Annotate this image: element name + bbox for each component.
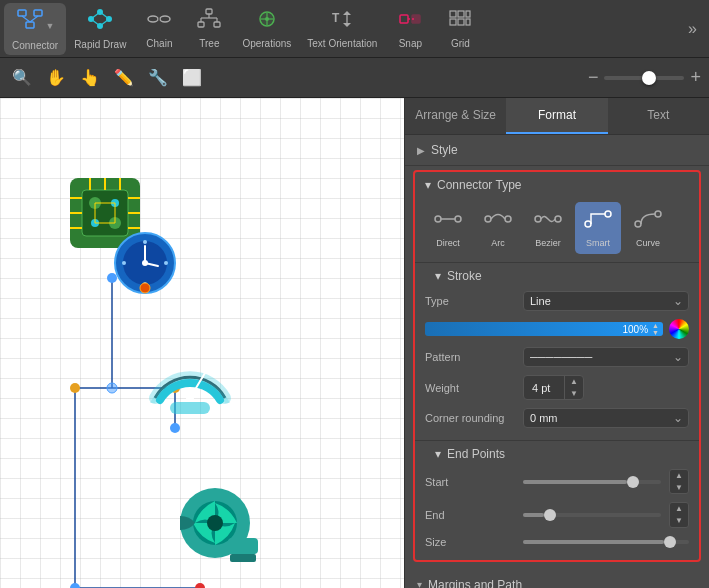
tool-wrench[interactable]: 🔧	[144, 64, 172, 92]
svg-rect-34	[412, 15, 420, 23]
stroke-type-select[interactable]: Line Dashed Dotted	[523, 291, 689, 311]
conn-type-arc[interactable]: Arc	[475, 202, 521, 254]
color-percent-up[interactable]: ▲	[652, 322, 659, 329]
operations-icon	[254, 8, 280, 35]
svg-point-100	[635, 221, 641, 227]
tree-icon	[196, 8, 222, 35]
stroke-weight-row: Weight 4 pt ▲ ▼	[425, 371, 689, 404]
weight-arrows: ▲ ▼	[564, 376, 583, 399]
connector-icon	[16, 7, 44, 37]
toolbar-more-button[interactable]: »	[680, 12, 705, 46]
conn-type-smart[interactable]: Smart	[575, 202, 621, 254]
svg-point-50	[107, 383, 117, 393]
operations-label: Operations	[242, 38, 291, 49]
connector-type-buttons: Direct Arc	[415, 198, 699, 262]
svg-point-80	[122, 261, 126, 265]
canvas[interactable]	[0, 98, 404, 588]
svg-point-96	[535, 216, 541, 222]
svg-line-4	[30, 16, 38, 22]
tool-select[interactable]: 👆	[76, 64, 104, 92]
pattern-label: Pattern	[425, 351, 515, 363]
conn-type-curve[interactable]: Curve	[625, 202, 671, 254]
conn-type-bezier[interactable]: Bezier	[525, 202, 571, 254]
margins-chevron: ▾	[417, 579, 422, 588]
tool-search[interactable]: 🔍	[8, 64, 36, 92]
start-label: Start	[425, 476, 515, 488]
end-slider-thumb[interactable]	[544, 509, 556, 521]
svg-marker-30	[343, 11, 351, 15]
text-orientation-icon: T	[329, 8, 355, 35]
svg-rect-90	[230, 554, 256, 562]
weight-down[interactable]: ▼	[565, 388, 583, 400]
tree-label: Tree	[199, 38, 219, 49]
size-slider-thumb[interactable]	[664, 536, 676, 548]
end-slider[interactable]	[523, 513, 661, 517]
stroke-chevron: ▾	[435, 269, 441, 283]
conn-type-chevron: ▾	[425, 178, 431, 192]
toolbar-item-chain[interactable]: Chain	[134, 3, 184, 55]
end-label: End	[425, 509, 515, 521]
margins-header[interactable]: ▾ Margins and Path	[405, 570, 709, 588]
toolbar-item-text-orientation[interactable]: T Text Orientation	[299, 3, 385, 55]
end-up[interactable]: ▲	[670, 503, 688, 515]
start-up[interactable]: ▲	[670, 470, 688, 482]
weight-value: 4 pt	[524, 379, 564, 397]
svg-rect-39	[458, 19, 464, 25]
connector-dropdown-arrow[interactable]: ▼	[46, 21, 55, 31]
toolbar-item-tree[interactable]: Tree	[184, 3, 234, 55]
zoom-out-button[interactable]: −	[588, 67, 599, 88]
style-section-header[interactable]: ▶ Style	[405, 135, 709, 165]
toolbar-item-operations[interactable]: Operations	[234, 3, 299, 55]
weight-label: Weight	[425, 382, 515, 394]
direct-label: Direct	[436, 238, 460, 248]
connector-type-header[interactable]: ▾ Connector Type	[415, 172, 699, 198]
stroke-color-row: 100% ▲ ▼	[425, 315, 689, 343]
corner-select[interactable]: 0 mm 2 mm 4 mm	[523, 408, 689, 428]
svg-point-98	[585, 221, 591, 227]
svg-line-10	[100, 12, 109, 19]
stroke-type-select-wrap: Line Dashed Dotted	[523, 291, 689, 311]
svg-rect-16	[206, 9, 212, 14]
end-points-label: End Points	[447, 447, 505, 461]
pattern-select[interactable]: ──────── - - - - - · · · · ·	[523, 347, 689, 367]
toolbar-item-snap[interactable]: Snap	[385, 3, 435, 55]
start-down[interactable]: ▼	[670, 482, 688, 494]
svg-rect-2	[26, 22, 34, 28]
toolbar-item-connector[interactable]: ▼ Connector	[4, 3, 66, 55]
zoom-in-button[interactable]: +	[690, 67, 701, 88]
start-slider[interactable]	[523, 480, 661, 484]
stroke-header[interactable]: ▾ Stroke	[425, 263, 689, 287]
color-picker-swatch[interactable]	[669, 319, 689, 339]
svg-rect-84	[170, 402, 210, 414]
end-stepper: ▲ ▼	[669, 502, 689, 527]
end-points-header[interactable]: ▾ End Points	[425, 441, 689, 465]
end-down[interactable]: ▼	[670, 515, 688, 527]
color-percent-down[interactable]: ▼	[652, 329, 659, 336]
svg-point-92	[455, 216, 461, 222]
direct-icon	[433, 208, 463, 235]
turbine-icon	[170, 478, 270, 578]
weight-up[interactable]: ▲	[565, 376, 583, 388]
size-label: Size	[425, 536, 515, 548]
smart-label: Smart	[586, 238, 610, 248]
toolbar-item-rapid-draw[interactable]: Rapid Draw	[66, 3, 134, 55]
tab-text[interactable]: Text	[608, 98, 709, 134]
svg-point-83	[186, 394, 194, 402]
svg-line-9	[91, 12, 100, 19]
start-slider-thumb[interactable]	[627, 476, 639, 488]
chain-label: Chain	[146, 38, 172, 49]
tool-pan[interactable]: ✋	[42, 64, 70, 92]
stroke-color-bar[interactable]: 100% ▲ ▼	[425, 322, 663, 336]
tool-pen[interactable]: ✏️	[110, 64, 138, 92]
conn-type-direct[interactable]: Direct	[425, 202, 471, 254]
style-label: Style	[431, 143, 458, 157]
svg-point-14	[160, 16, 170, 22]
size-slider[interactable]	[523, 540, 689, 544]
toolbar-item-grid[interactable]: Grid	[435, 3, 485, 55]
zoom-slider-track[interactable]	[604, 76, 684, 80]
tab-arrange-size[interactable]: Arrange & Size	[405, 98, 506, 134]
style-chevron: ▶	[417, 145, 425, 156]
tab-format[interactable]: Format	[506, 98, 607, 134]
tool-crop[interactable]: ⬜	[178, 64, 206, 92]
zoom-slider-thumb[interactable]	[642, 71, 656, 85]
